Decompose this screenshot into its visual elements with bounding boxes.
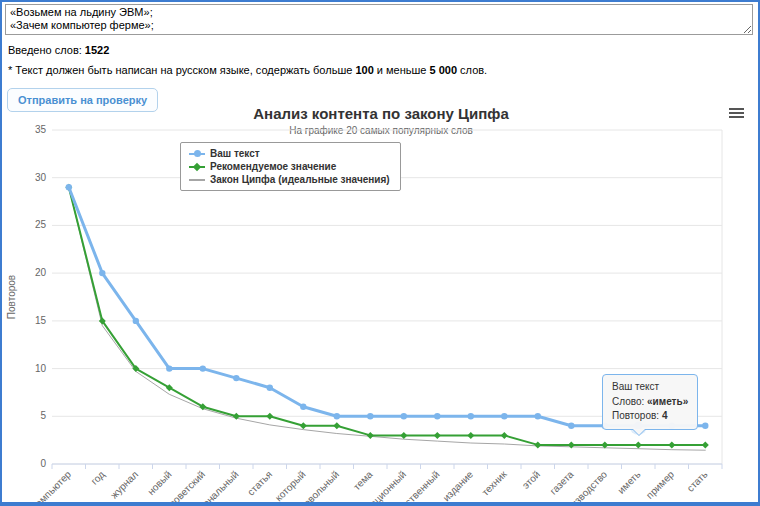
svg-text:этой: этой (520, 469, 542, 491)
page: «Возьмем на льдину ЭВМ»; «Зачем компьюте… (0, 0, 760, 506)
svg-text:советский: советский (167, 469, 207, 504)
legend-item-your-text[interactable]: Ваш текст (189, 147, 390, 160)
svg-text:15: 15 (35, 315, 47, 326)
requirements-note: * Текст должен быть написан на русском я… (8, 64, 758, 76)
svg-text:иметь: иметь (616, 469, 643, 496)
legend-item-recommended[interactable]: Рекомендуемое значение (189, 160, 390, 173)
svg-text:техник: техник (480, 468, 510, 498)
svg-text:пример: пример (644, 468, 677, 501)
svg-text:30: 30 (35, 172, 47, 183)
text-input[interactable]: «Возьмем на льдину ЭВМ»; «Зачем компьюте… (5, 4, 753, 35)
tooltip-word: Слово: «иметь» (612, 395, 688, 410)
svg-text:год: год (89, 469, 107, 487)
svg-text:5: 5 (40, 410, 46, 421)
chart-legend[interactable]: Ваш текст Рекомендуемое значение Закон Ц… (180, 142, 401, 191)
svg-text:компьютер: компьютер (30, 468, 74, 504)
svg-text:Повторов: Повторов (6, 275, 17, 319)
legend-item-zipf-law[interactable]: Закон Ципфа (идеальные значения) (189, 173, 390, 186)
svg-text:статья: статья (245, 469, 274, 498)
svg-text:стать: стать (685, 469, 710, 494)
svg-text:25: 25 (35, 219, 47, 230)
svg-text:20: 20 (35, 267, 47, 278)
tooltip-repeats: Повторов: 4 (612, 409, 688, 424)
circle-marker-icon (189, 149, 205, 158)
svg-text:0: 0 (40, 458, 46, 469)
svg-text:журнал: журнал (108, 469, 140, 501)
svg-text:новый: новый (145, 469, 173, 497)
svg-text:газета: газета (548, 468, 576, 496)
svg-text:тема: тема (351, 468, 375, 492)
word-count: Введено слов: 1522 (8, 44, 758, 56)
chart-container: Анализ контента по закону Ципфа На графи… (2, 102, 760, 504)
word-count-label: Введено слов: (8, 44, 82, 56)
line-marker-icon (189, 175, 205, 184)
svg-text:10: 10 (35, 363, 47, 374)
word-count-value: 1522 (85, 44, 109, 56)
diamond-marker-icon (189, 162, 205, 171)
chart-tooltip: Ваш текст Слово: «иметь» Повторов: 4 (602, 374, 698, 430)
tooltip-series: Ваш текст (612, 380, 688, 395)
svg-text:35: 35 (35, 124, 47, 135)
svg-text:издание: издание (441, 468, 476, 503)
svg-text:информационный: информационный (341, 469, 408, 504)
